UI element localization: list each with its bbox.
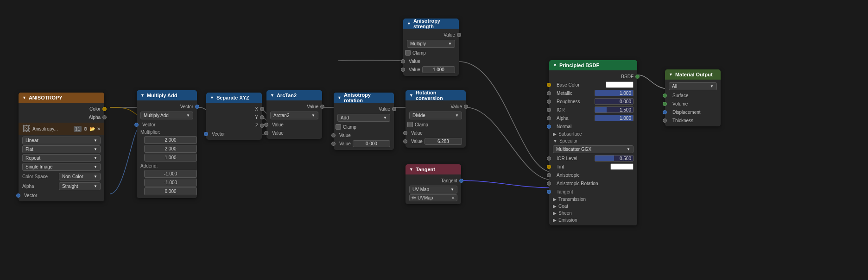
ma-add-y-field[interactable]: -1.000 [144,179,197,187]
pbsdf-iorlevel-label: IOR Level [555,156,595,161]
ma-add-z-field[interactable]: 0.000 [144,187,197,195]
aniso-rot-val-out-socket[interactable] [392,107,396,111]
mat-out-all-dropdown[interactable]: All ▼ [669,82,717,90]
pbsdf-specular-section[interactable]: ▼ Specular [549,137,637,144]
xyz-x-socket[interactable] [260,107,264,111]
arctan2-val1-socket[interactable] [264,123,268,127]
uvmap-remove-btn[interactable]: ✕ [451,196,455,200]
mat-out-thickness-socket[interactable] [663,118,667,123]
pbsdf-roughness-socket[interactable] [547,100,551,104]
ma-operation-dropdown[interactable]: Multiply Add ▼ [140,112,193,119]
pbsdf-subsurface-section[interactable]: ▶ Subsurface [549,131,637,137]
pbsdf-alpha-socket[interactable] [547,116,551,120]
arctan2-value-out-socket[interactable] [320,105,324,109]
aniso-rot-clamp-check[interactable] [336,124,341,130]
ma-add-x-field[interactable]: -1.000 [144,170,197,178]
aniso-rot-val2-field[interactable]: 0.000 [353,140,390,147]
rot-conv-body: Value Divide ▼ Clamp Value Value 6.283 [405,100,466,148]
browse-icon[interactable]: 📂 [89,126,95,131]
aniso-str-val-out-socket[interactable] [457,33,461,37]
ma-mult-y: 2.000 [140,145,193,153]
pbsdf-metallic-label: Metallic [555,91,595,96]
pbsdf-iorlevel-bar[interactable]: 0.500 [595,155,634,162]
pbsdf-tint-socket[interactable] [547,165,551,169]
mat-out-displacement-socket[interactable] [663,110,667,114]
pbsdf-header: ▼ Principled BSDF [549,60,637,70]
xyz-vector-in-socket[interactable] [204,132,208,136]
xyz-z-socket[interactable] [260,124,264,128]
rot-conv-op-dropdown[interactable]: Divide ▼ [409,112,462,119]
pbsdf-metallic-bar[interactable]: 1.000 [595,90,634,96]
rot-conv-val2-socket[interactable] [403,139,407,143]
separate-xyz-body: X Y Z Vector [206,103,262,140]
anisotropy-alpha-socket[interactable] [102,115,107,119]
pbsdf-metallic-socket[interactable] [547,91,551,95]
ma-vector-in-socket[interactable] [134,123,139,127]
arctan2-op-dropdown[interactable]: Arctan2 ▼ [270,112,318,119]
aniso-str-val-in-socket[interactable] [401,59,405,63]
pbsdf-ior-row: IOR 1.500 [549,106,637,114]
separate-xyz-header: ▼ Separate XYZ [206,93,262,103]
mat-out-displacement-row: Displacement [665,108,721,116]
settings-icon[interactable]: ⚙ [83,126,88,131]
rot-conv-val-out-socket[interactable] [464,105,468,109]
pbsdf-anisotropic-socket[interactable] [547,173,551,177]
projection-dropdown[interactable]: Flat ▼ [22,145,101,153]
pbsdf-alpha-bar[interactable]: 1.000 [595,115,634,121]
ma-mult-z-field[interactable]: 1.000 [144,154,197,162]
ma-mult-y-field[interactable]: 2.000 [144,145,197,153]
pbsdf-ior-socket[interactable] [547,108,551,112]
xyz-y-socket[interactable] [260,115,264,119]
aniso-str-op-dropdown[interactable]: Multiply ▼ [407,40,455,48]
ma-mult-x: 2.000 [140,136,193,144]
pbsdf-emission-section[interactable]: ▶ Emission [549,217,637,224]
arctan2-value-out: Value [307,104,318,109]
arctan2-body: Value Arctan2 ▼ Value Value [266,100,322,139]
aniso-rot-val2-socket[interactable] [331,142,336,146]
pbsdf-tangent-socket[interactable] [547,190,551,194]
aniso-str-val2-socket[interactable] [401,68,405,72]
pbsdf-bsdf-socket[interactable] [635,75,640,79]
alpha-dropdown[interactable]: Straight ▼ [59,182,101,190]
pbsdf-roughness-bar[interactable]: 0.000 [595,98,634,105]
arctan2-val2-socket[interactable] [264,131,268,135]
pbsdf-basecolor-socket[interactable] [547,83,551,87]
tangent-out-socket[interactable] [459,179,463,183]
pbsdf-aniso-rot-socket[interactable] [547,181,551,186]
mat-out-volume-socket[interactable] [663,102,667,106]
colorspace-dropdown[interactable]: Non-Color ▼ [59,173,101,180]
ma-vector-out-socket[interactable] [195,105,199,109]
rot-conv-val2-field[interactable]: 6.283 [424,138,462,145]
xyz-z-label: Z [255,123,258,128]
pbsdf-transmission-section[interactable]: ▶ Transmission [549,196,637,203]
aniso-str-clamp-check[interactable] [405,50,411,56]
pbsdf-sheen-section[interactable]: ▶ Sheen [549,210,637,217]
pbsdf-coat-section[interactable]: ▶ Coat [549,203,637,210]
anisotropy-color-socket[interactable] [102,107,107,111]
mat-out-volume-label: Volume [671,101,688,106]
pbsdf-basecolor-swatch[interactable] [606,81,634,88]
ma-mult-x-field[interactable]: 2.000 [144,136,197,144]
interpolation-dropdown[interactable]: Linear ▼ [22,137,101,144]
aniso-rot-op-dropdown[interactable]: Add ▼ [337,114,390,122]
aniso-str-val2-field[interactable]: 1.000 [422,66,455,73]
extension-dropdown[interactable]: Repeat ▼ [22,154,101,162]
anisotropy-alpha-row: Alpha [19,113,104,121]
pbsdf-tint-swatch[interactable] [610,163,634,170]
source-dropdown[interactable]: Single Image ▼ [22,163,101,171]
mat-out-surface-socket[interactable] [663,93,667,98]
uvmap-name: UVMap [418,195,433,200]
pbsdf-iorlevel-socket[interactable] [547,156,551,161]
mat-out-all-val: All [672,84,677,89]
rot-conv-val-in-socket[interactable] [403,131,407,135]
xyz-vector-in-row: Vector [206,130,262,138]
pbsdf-ior-bar[interactable]: 1.500 [595,106,634,113]
pbsdf-normal-socket[interactable] [547,124,551,129]
close-icon[interactable]: ✕ [97,126,101,131]
pbsdf-multiscatter-dropdown[interactable]: Multiscatter GGX ▼ [553,145,634,153]
tangent-uvmap-dropdown[interactable]: UV Map ▼ [409,186,457,193]
anisotropy-vector-socket[interactable] [16,193,20,198]
aniso-rot-val-in-socket[interactable] [331,133,336,137]
coat-label: Coat [558,204,568,209]
rot-conv-clamp-check[interactable] [407,122,413,127]
